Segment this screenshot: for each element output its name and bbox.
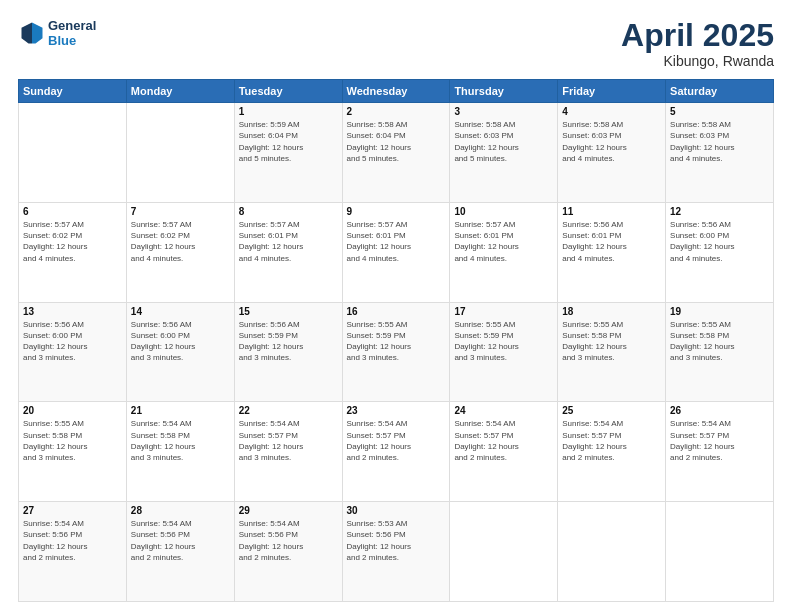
day-info: Sunrise: 5:55 AM Sunset: 5:59 PM Dayligh… [347,319,446,364]
day-cell-0-1 [126,103,234,203]
day-info: Sunrise: 5:58 AM Sunset: 6:04 PM Dayligh… [347,119,446,164]
day-info: Sunrise: 5:58 AM Sunset: 6:03 PM Dayligh… [670,119,769,164]
day-info: Sunrise: 5:55 AM Sunset: 5:58 PM Dayligh… [23,418,122,463]
day-info: Sunrise: 5:57 AM Sunset: 6:02 PM Dayligh… [23,219,122,264]
day-cell-0-4: 3Sunrise: 5:58 AM Sunset: 6:03 PM Daylig… [450,103,558,203]
day-cell-3-3: 23Sunrise: 5:54 AM Sunset: 5:57 PM Dayli… [342,402,450,502]
day-number: 29 [239,505,338,516]
page: General Blue April 2025 Kibungo, Rwanda … [0,0,792,612]
calendar-location: Kibungo, Rwanda [621,53,774,69]
title-block: April 2025 Kibungo, Rwanda [621,18,774,69]
day-cell-4-5 [558,502,666,602]
day-cell-2-5: 18Sunrise: 5:55 AM Sunset: 5:58 PM Dayli… [558,302,666,402]
calendar-table: Sunday Monday Tuesday Wednesday Thursday… [18,79,774,602]
header-monday: Monday [126,80,234,103]
day-info: Sunrise: 5:57 AM Sunset: 6:01 PM Dayligh… [239,219,338,264]
day-number: 24 [454,405,553,416]
calendar-title: April 2025 [621,18,774,53]
day-number: 25 [562,405,661,416]
day-number: 8 [239,206,338,217]
day-cell-0-2: 1Sunrise: 5:59 AM Sunset: 6:04 PM Daylig… [234,103,342,203]
day-info: Sunrise: 5:54 AM Sunset: 5:58 PM Dayligh… [131,418,230,463]
day-info: Sunrise: 5:54 AM Sunset: 5:57 PM Dayligh… [454,418,553,463]
day-number: 22 [239,405,338,416]
day-number: 19 [670,306,769,317]
header-sunday: Sunday [19,80,127,103]
day-info: Sunrise: 5:56 AM Sunset: 6:00 PM Dayligh… [670,219,769,264]
day-number: 23 [347,405,446,416]
day-number: 12 [670,206,769,217]
day-cell-1-4: 10Sunrise: 5:57 AM Sunset: 6:01 PM Dayli… [450,202,558,302]
day-cell-4-4 [450,502,558,602]
day-info: Sunrise: 5:54 AM Sunset: 5:57 PM Dayligh… [562,418,661,463]
day-info: Sunrise: 5:54 AM Sunset: 5:57 PM Dayligh… [239,418,338,463]
week-row-1: 6Sunrise: 5:57 AM Sunset: 6:02 PM Daylig… [19,202,774,302]
day-cell-0-5: 4Sunrise: 5:58 AM Sunset: 6:03 PM Daylig… [558,103,666,203]
day-number: 26 [670,405,769,416]
day-info: Sunrise: 5:54 AM Sunset: 5:56 PM Dayligh… [23,518,122,563]
day-number: 7 [131,206,230,217]
day-number: 10 [454,206,553,217]
day-cell-0-0 [19,103,127,203]
day-number: 27 [23,505,122,516]
day-info: Sunrise: 5:54 AM Sunset: 5:57 PM Dayligh… [347,418,446,463]
day-cell-4-1: 28Sunrise: 5:54 AM Sunset: 5:56 PM Dayli… [126,502,234,602]
day-number: 5 [670,106,769,117]
day-number: 1 [239,106,338,117]
day-cell-0-6: 5Sunrise: 5:58 AM Sunset: 6:03 PM Daylig… [666,103,774,203]
day-info: Sunrise: 5:55 AM Sunset: 5:59 PM Dayligh… [454,319,553,364]
header-thursday: Thursday [450,80,558,103]
day-cell-1-1: 7Sunrise: 5:57 AM Sunset: 6:02 PM Daylig… [126,202,234,302]
day-number: 18 [562,306,661,317]
day-number: 13 [23,306,122,317]
day-info: Sunrise: 5:56 AM Sunset: 6:00 PM Dayligh… [23,319,122,364]
day-cell-1-5: 11Sunrise: 5:56 AM Sunset: 6:01 PM Dayli… [558,202,666,302]
day-number: 16 [347,306,446,317]
day-cell-2-2: 15Sunrise: 5:56 AM Sunset: 5:59 PM Dayli… [234,302,342,402]
header-wednesday: Wednesday [342,80,450,103]
calendar-header-row: Sunday Monday Tuesday Wednesday Thursday… [19,80,774,103]
logo-text: General Blue [48,18,96,48]
header-saturday: Saturday [666,80,774,103]
day-cell-1-0: 6Sunrise: 5:57 AM Sunset: 6:02 PM Daylig… [19,202,127,302]
day-number: 14 [131,306,230,317]
week-row-4: 27Sunrise: 5:54 AM Sunset: 5:56 PM Dayli… [19,502,774,602]
day-cell-4-3: 30Sunrise: 5:53 AM Sunset: 5:56 PM Dayli… [342,502,450,602]
week-row-3: 20Sunrise: 5:55 AM Sunset: 5:58 PM Dayli… [19,402,774,502]
day-cell-4-2: 29Sunrise: 5:54 AM Sunset: 5:56 PM Dayli… [234,502,342,602]
day-number: 2 [347,106,446,117]
day-number: 3 [454,106,553,117]
day-info: Sunrise: 5:58 AM Sunset: 6:03 PM Dayligh… [562,119,661,164]
day-info: Sunrise: 5:54 AM Sunset: 5:57 PM Dayligh… [670,418,769,463]
week-row-0: 1Sunrise: 5:59 AM Sunset: 6:04 PM Daylig… [19,103,774,203]
day-cell-2-3: 16Sunrise: 5:55 AM Sunset: 5:59 PM Dayli… [342,302,450,402]
day-cell-1-3: 9Sunrise: 5:57 AM Sunset: 6:01 PM Daylig… [342,202,450,302]
day-info: Sunrise: 5:57 AM Sunset: 6:02 PM Dayligh… [131,219,230,264]
day-cell-1-2: 8Sunrise: 5:57 AM Sunset: 6:01 PM Daylig… [234,202,342,302]
day-info: Sunrise: 5:54 AM Sunset: 5:56 PM Dayligh… [239,518,338,563]
day-cell-2-0: 13Sunrise: 5:56 AM Sunset: 6:00 PM Dayli… [19,302,127,402]
day-info: Sunrise: 5:58 AM Sunset: 6:03 PM Dayligh… [454,119,553,164]
day-info: Sunrise: 5:54 AM Sunset: 5:56 PM Dayligh… [131,518,230,563]
day-cell-2-1: 14Sunrise: 5:56 AM Sunset: 6:00 PM Dayli… [126,302,234,402]
day-info: Sunrise: 5:56 AM Sunset: 5:59 PM Dayligh… [239,319,338,364]
logo: General Blue [18,18,96,48]
header-friday: Friday [558,80,666,103]
day-number: 6 [23,206,122,217]
day-number: 4 [562,106,661,117]
day-cell-3-4: 24Sunrise: 5:54 AM Sunset: 5:57 PM Dayli… [450,402,558,502]
day-cell-4-6 [666,502,774,602]
day-info: Sunrise: 5:55 AM Sunset: 5:58 PM Dayligh… [562,319,661,364]
day-cell-2-4: 17Sunrise: 5:55 AM Sunset: 5:59 PM Dayli… [450,302,558,402]
day-cell-2-6: 19Sunrise: 5:55 AM Sunset: 5:58 PM Dayli… [666,302,774,402]
day-info: Sunrise: 5:56 AM Sunset: 6:00 PM Dayligh… [131,319,230,364]
day-number: 21 [131,405,230,416]
header: General Blue April 2025 Kibungo, Rwanda [18,18,774,69]
day-number: 17 [454,306,553,317]
day-number: 20 [23,405,122,416]
day-cell-3-1: 21Sunrise: 5:54 AM Sunset: 5:58 PM Dayli… [126,402,234,502]
day-cell-3-0: 20Sunrise: 5:55 AM Sunset: 5:58 PM Dayli… [19,402,127,502]
day-info: Sunrise: 5:53 AM Sunset: 5:56 PM Dayligh… [347,518,446,563]
week-row-2: 13Sunrise: 5:56 AM Sunset: 6:00 PM Dayli… [19,302,774,402]
day-info: Sunrise: 5:56 AM Sunset: 6:01 PM Dayligh… [562,219,661,264]
